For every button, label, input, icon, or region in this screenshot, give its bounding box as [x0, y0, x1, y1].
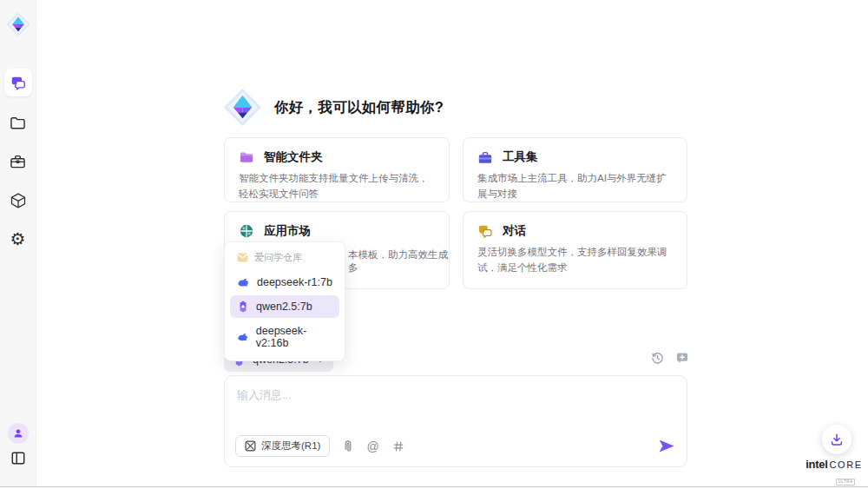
- card-title: 工具集: [503, 149, 538, 165]
- model-option-qwen[interactable]: qwen2.5:7b: [230, 295, 339, 318]
- card-description: 智能文件夹功能支持批量文件上传与清洗，轻松实现文件问答: [239, 171, 435, 202]
- intel-badge: ultra: [836, 479, 856, 486]
- attach-file-button[interactable]: [343, 439, 353, 453]
- model-option-label: deepseek-v2:16b: [256, 325, 332, 349]
- panel-icon: [10, 451, 26, 466]
- card-smart-folder[interactable]: 智能文件夹 智能文件夹功能支持批量文件上传与清洗，轻松实现文件问答: [224, 137, 450, 202]
- intel-core-logo: intel core ultra: [807, 458, 861, 486]
- core-brand-text: core: [830, 459, 863, 470]
- folder-icon: [10, 116, 26, 130]
- card-chat[interactable]: 对话 灵活切换多模型文件，支持多样回复效果调试，满足个性化需求: [463, 211, 687, 289]
- send-button[interactable]: [659, 439, 674, 453]
- model-option-label: qwen2.5:7b: [256, 301, 312, 313]
- app-logo-icon: [5, 11, 31, 37]
- card-title: 智能文件夹: [264, 149, 323, 165]
- page-title: 你好，我可以如何帮助你?: [274, 98, 444, 117]
- repo-label: 爱问学仓库: [254, 251, 302, 264]
- card-title: 应用市场: [264, 223, 311, 239]
- app-logo-large-icon: [222, 87, 263, 128]
- card-description: 集成市场上主流工具，助力AI与外界无缝扩展与对接: [477, 171, 673, 202]
- deep-think-label: 深度思考(R1): [261, 439, 320, 453]
- window-bottom-border: [0, 486, 868, 487]
- greeting-row: 你好，我可以如何帮助你?: [222, 87, 444, 128]
- user-avatar[interactable]: [8, 423, 29, 444]
- download-button[interactable]: [822, 425, 852, 454]
- person-icon: [12, 427, 24, 439]
- purple-folder-icon: [239, 150, 254, 164]
- send-icon: [659, 439, 674, 453]
- qwen-icon: [237, 301, 249, 313]
- deepseek-whale-icon: [237, 277, 250, 287]
- intel-brand-text: intel: [806, 458, 827, 471]
- composer-toolbar: 深度思考(R1) @: [235, 435, 674, 457]
- download-icon: [830, 433, 844, 446]
- message-composer: 深度思考(R1) @: [224, 375, 687, 467]
- mention-button[interactable]: @: [366, 439, 378, 453]
- sidebar-item-folders[interactable]: [10, 116, 26, 130]
- sidebar-item-models[interactable]: [10, 192, 27, 209]
- history-icon: [651, 352, 664, 365]
- repo-icon: [237, 253, 248, 262]
- card-description: 灵活切换多模型文件，支持多样回复效果调试，满足个性化需求: [477, 245, 673, 276]
- sidebar: ⚙: [0, 0, 36, 486]
- paperclip-icon: [343, 439, 353, 453]
- deepseek-whale-icon: [237, 332, 249, 342]
- deep-think-icon: [245, 440, 256, 452]
- sidebar-item-toolbox[interactable]: [10, 154, 26, 169]
- gear-icon: ⚙: [10, 230, 26, 248]
- message-input[interactable]: [225, 376, 687, 432]
- model-option-deepseek-v2[interactable]: deepseek-v2:16b: [230, 320, 339, 354]
- chat-icon: [10, 75, 26, 90]
- new-chat-icon: [675, 352, 689, 364]
- model-option-deepseek-r1[interactable]: deepseek-r1:7b: [230, 271, 339, 294]
- prompt-library-button[interactable]: [392, 440, 404, 453]
- cube-icon: [10, 192, 27, 209]
- card-title: 对话: [503, 223, 526, 239]
- new-chat-button[interactable]: [675, 352, 689, 365]
- briefcase-icon: [10, 154, 26, 169]
- model-option-label: deepseek-r1:7b: [257, 276, 332, 288]
- app-market-icon: [239, 223, 254, 239]
- model-dropdown-header: 爱问学仓库: [230, 248, 339, 269]
- collapse-panel-icon[interactable]: [10, 451, 26, 469]
- gold-chat-bubbles-icon: [477, 224, 493, 238]
- hash-icon: [392, 440, 404, 453]
- model-dropdown: 爱问学仓库 deepseek-r1:7b qwen2.5:7b deepseek…: [224, 241, 345, 361]
- sidebar-item-chat[interactable]: [4, 69, 32, 96]
- at-icon: @: [366, 439, 378, 453]
- card-description-visible-fragment: 本模板，助力高效生成多: [348, 248, 449, 274]
- sidebar-item-settings[interactable]: ⚙: [10, 230, 26, 248]
- conversation-actions: [651, 352, 689, 365]
- indigo-briefcase-icon: [477, 150, 493, 165]
- deep-think-toggle[interactable]: 深度思考(R1): [235, 435, 330, 457]
- history-button[interactable]: [651, 352, 664, 365]
- card-toolset[interactable]: 工具集 集成市场上主流工具，助力AI与外界无缝扩展与对接: [463, 137, 687, 202]
